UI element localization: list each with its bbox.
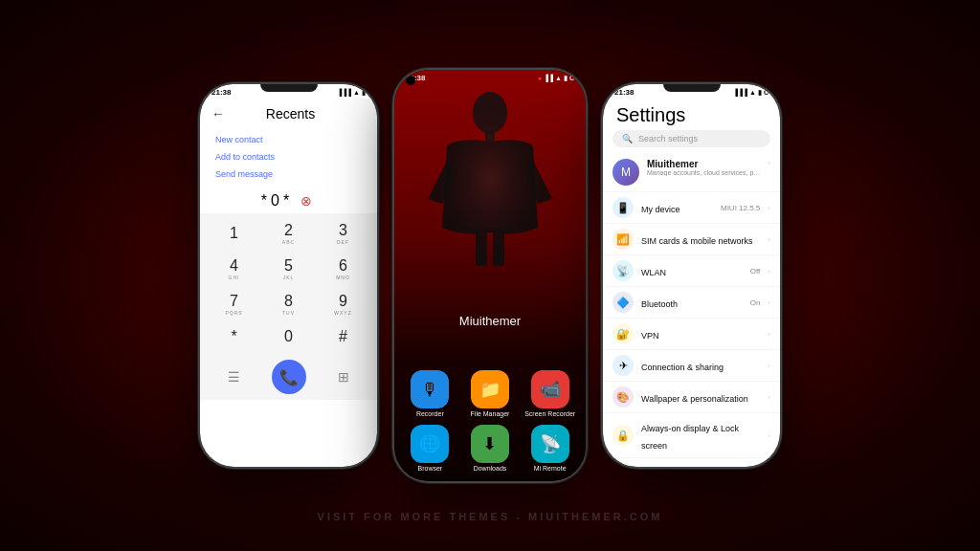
chevron-device: ›	[768, 204, 770, 212]
sim-content: SIM cards & mobile networks	[641, 231, 760, 248]
settings-item-vpn[interactable]: 🔐 VPN ›	[603, 319, 780, 350]
account-name: Miuithemer	[647, 159, 760, 169]
dial-key-6[interactable]: 6MNO	[317, 253, 369, 286]
settings-item-sim[interactable]: 📶 SIM cards & mobile networks ›	[603, 224, 780, 255]
status-icons-right: ▐▐▐ ▲ ▮ C	[733, 89, 768, 97]
bluetooth-icon: 🔷	[612, 292, 634, 313]
sim-icon: 📶	[612, 229, 634, 250]
back-button[interactable]: ←	[212, 106, 225, 121]
chevron-connection: ›	[768, 362, 770, 370]
chevron-vpn: ›	[768, 330, 770, 339]
status-icons-center: ● ▐▐ ▲ ▮ C	[538, 75, 574, 82]
device-icon: 📱	[612, 197, 634, 218]
aod-content: Always-on display & Lock screen	[641, 418, 760, 452]
app-mi-remote[interactable]: 📡 Mi Remote	[523, 425, 576, 472]
dial-key-1[interactable]: 1	[208, 217, 260, 251]
chevron-wlan: ›	[768, 267, 770, 276]
notch-left	[260, 84, 318, 92]
app-recorder[interactable]: 🎙 Recorder	[404, 370, 457, 417]
battery-center: ▮	[564, 75, 568, 82]
launcher-screen: 21:38 ● ▐▐ ▲ ▮ C Miuithemer 🎙 Recorder	[394, 70, 586, 481]
settings-search-bar[interactable]: 🔍 Search settings	[612, 130, 770, 147]
battery-dot-red: ●	[538, 75, 542, 81]
phone-center: 21:38 ● ▐▐ ▲ ▮ C Miuithemer 🎙 Recorder	[394, 70, 586, 481]
app-browser[interactable]: 🌐 Browser	[404, 425, 457, 472]
vpn-icon: 🔐	[612, 323, 634, 344]
status-time-left: 21:38	[212, 88, 231, 97]
new-contact-option[interactable]: New contact	[215, 131, 362, 148]
downloads-label: Downloads	[474, 465, 507, 472]
bluetooth-value: On	[750, 298, 761, 307]
phones-container: 21:38 ▐▐▐ ▲ ▮ ← Recents New contact Add …	[181, 51, 799, 500]
settings-item-wallpaper[interactable]: 🎨 Wallpaper & personalization ›	[603, 382, 780, 413]
aod-icon: 🔒	[612, 425, 634, 446]
c-icon: C	[569, 75, 574, 81]
settings-item-display[interactable]: ☀ Display ›	[603, 458, 780, 467]
chevron-aod: ›	[768, 431, 770, 440]
menu-icon[interactable]: ☰	[228, 369, 240, 385]
wifi-center: ▲	[555, 75, 562, 81]
settings-item-bluetooth[interactable]: 🔷 Bluetooth On ›	[603, 287, 780, 319]
delete-button[interactable]: ⊗	[301, 193, 316, 209]
send-message-option[interactable]: Send message	[215, 165, 362, 183]
settings-item-connection[interactable]: ✈ Connection & sharing ›	[603, 350, 780, 382]
settings-item-account[interactable]: M Miuithemer Manage accounts, cloud serv…	[603, 153, 780, 192]
wlan-icon: 📡	[612, 260, 634, 281]
search-icon: 🔍	[622, 134, 633, 143]
screen-recorder-label: Screen Recorder	[524, 410, 575, 417]
dial-key-4[interactable]: 4GHI	[208, 253, 260, 286]
dial-key-8[interactable]: 8TUV	[262, 288, 315, 321]
dial-key-3[interactable]: 3DEF	[317, 217, 369, 251]
watermark-text: VISIT FOR MORE THEMES - MIUITHEMER.COM	[318, 511, 663, 522]
mi-remote-icon: 📡	[531, 425, 569, 463]
app-screen-recorder[interactable]: 📹 Screen Recorder	[523, 370, 576, 417]
wlan-value: Off	[750, 267, 761, 276]
dial-key-star[interactable]: *	[208, 323, 260, 350]
browser-icon: 🌐	[411, 425, 449, 463]
file-manager-label: File Manager	[471, 410, 510, 417]
dial-key-2[interactable]: 2ABC	[262, 217, 315, 251]
display-content: Display	[641, 465, 760, 467]
status-bar-center: 21:38 ● ▐▐ ▲ ▮ C	[394, 70, 586, 84]
recorder-icon: 🎙	[411, 370, 449, 408]
chevron-wallpaper: ›	[768, 393, 770, 402]
status-time-right: 21:38	[614, 88, 634, 97]
add-contacts-option[interactable]: Add to contacts	[215, 148, 362, 165]
phone-right: 21:38 ▐▐▐ ▲ ▮ C Settings 🔍 Search settin…	[603, 84, 780, 467]
app-file-manager[interactable]: 📁 File Manager	[464, 370, 517, 417]
dialer-header: ← Recents	[200, 99, 377, 127]
screen-recorder-icon: 📹	[531, 370, 569, 408]
vpn-content: VPN	[641, 325, 760, 342]
chevron-account: ›	[768, 159, 770, 167]
dialer-options: New contact Add to contacts Send message	[200, 127, 377, 187]
call-button[interactable]: 📞	[272, 360, 306, 394]
signal-center: ▐▐	[544, 75, 553, 81]
wlan-content: WLAN	[641, 262, 743, 279]
dialer-screen: 21:38 ▐▐▐ ▲ ▮ ← Recents New contact Add …	[200, 84, 377, 467]
dialed-number: *0*	[261, 192, 293, 209]
dial-key-0[interactable]: 0	[262, 323, 315, 350]
dialer-bottom-bar: ☰ 📞 ⊞	[200, 354, 377, 400]
account-sub: Manage accounts, cloud services, payment…	[647, 169, 760, 176]
contacts-grid-icon[interactable]: ⊞	[338, 369, 349, 385]
settings-item-wlan[interactable]: 📡 WLAN Off ›	[603, 255, 780, 287]
dial-key-9[interactable]: 9WXYZ	[317, 288, 369, 321]
dial-key-5[interactable]: 5JKL	[262, 253, 315, 286]
dial-key-hash[interactable]: #	[317, 323, 369, 350]
dialpad-display: *0* ⊗	[200, 187, 377, 213]
dial-key-7[interactable]: 7PQRS	[208, 288, 260, 321]
wallpaper-title: Wallpaper & personalization	[641, 394, 748, 404]
app-downloads[interactable]: ⬇ Downloads	[464, 425, 517, 472]
settings-item-device[interactable]: 📱 My device MIUI 12.5.5 ›	[603, 192, 780, 224]
file-manager-icon: 📁	[471, 370, 509, 408]
account-avatar: M	[612, 159, 639, 186]
status-icons-left: ▐▐▐ ▲ ▮	[337, 89, 366, 97]
dialer-title: Recents	[234, 106, 346, 121]
browser-label: Browser	[417, 465, 442, 472]
bluetooth-content: Bluetooth	[641, 294, 743, 311]
app-grid: 🎙 Recorder 📁 File Manager 📹 Screen Recor…	[394, 370, 586, 472]
settings-list: M Miuithemer Manage accounts, cloud serv…	[603, 153, 780, 467]
bluetooth-title: Bluetooth	[641, 299, 678, 309]
settings-item-aod[interactable]: 🔒 Always-on display & Lock screen ›	[603, 413, 780, 458]
recorder-label: Recorder	[416, 410, 444, 417]
